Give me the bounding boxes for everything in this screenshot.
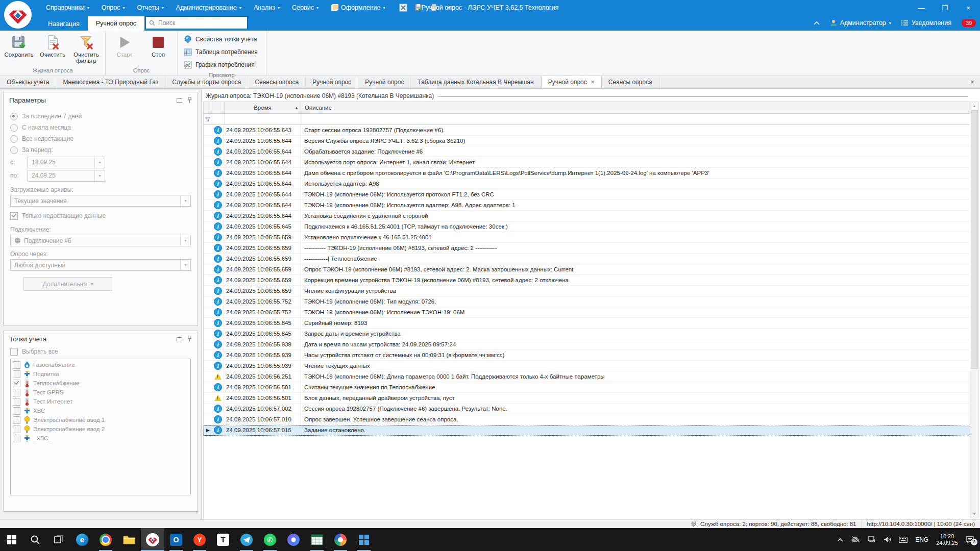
- log-row[interactable]: i24.09.2025 10:06:55.939Чтение текущих д…: [204, 361, 970, 371]
- document-tab-active[interactable]: Ручной опрос×: [541, 76, 602, 88]
- ribbon-tab-item[interactable]: Навигация: [40, 17, 88, 31]
- checkbox-icon[interactable]: [13, 398, 20, 406]
- menubar-item[interactable]: Сервис▾: [286, 0, 325, 15]
- log-row[interactable]: i24.09.2025 10:06:55.644Используется пор…: [204, 157, 970, 168]
- log-row[interactable]: ▶i24.09.2025 10:06:57.015Задание останов…: [204, 425, 970, 436]
- log-row[interactable]: i24.09.2025 10:06:55.644Дамп обмена с пр…: [204, 168, 970, 179]
- column-header-description[interactable]: Описание: [301, 102, 970, 114]
- scroll-up-icon[interactable]: ▲: [970, 102, 978, 110]
- document-tab[interactable]: Ручной опрос: [306, 76, 358, 88]
- archives-select[interactable]: Текущие значения▾: [10, 195, 191, 207]
- maximize-button[interactable]: ❐: [933, 0, 957, 15]
- grid-x-icon[interactable]: [397, 2, 410, 14]
- document-tab[interactable]: Таблица данных Котельная В Черемшан: [411, 76, 541, 88]
- log-row[interactable]: i24.09.2025 10:06:55.939Часы устройства …: [204, 350, 970, 361]
- taskbar-messenger-icon[interactable]: [282, 528, 305, 551]
- point-item[interactable]: Тест Интернет: [11, 397, 190, 406]
- log-row[interactable]: i24.09.2025 10:06:55.644Используется ада…: [204, 179, 970, 189]
- user-menu[interactable]: Администратор ▾: [830, 19, 891, 27]
- taskbar-chrome-icon[interactable]: [94, 528, 117, 551]
- log-row[interactable]: i24.09.2025 10:06:55.644Версия Службы оп…: [204, 136, 970, 146]
- point-item[interactable]: _ХВС_: [11, 434, 190, 443]
- column-header-time[interactable]: Время ▲: [225, 102, 301, 114]
- checkbox-icon[interactable]: [13, 435, 20, 442]
- action-center-icon[interactable]: 3: [966, 536, 974, 543]
- taskbar-excel-icon[interactable]: [305, 528, 329, 551]
- ribbon-button[interactable]: Стоп: [141, 32, 175, 66]
- point-item[interactable]: Электроснабжение ввод 2: [11, 424, 190, 434]
- volume-icon[interactable]: [884, 536, 891, 543]
- checkbox-icon[interactable]: [13, 416, 20, 424]
- ribbon-button[interactable]: Таблица потребления: [180, 45, 264, 58]
- log-row[interactable]: i24.09.2025 10:06:57.010Опрос завершен. …: [204, 414, 970, 425]
- menubar-item[interactable]: Оформление▾: [325, 0, 391, 15]
- checkbox-icon[interactable]: [13, 407, 20, 415]
- radio-option[interactable]: За период:: [10, 144, 191, 156]
- log-row[interactable]: i24.09.2025 10:06:55.659Опрос ТЭКОН-19 (…: [204, 264, 970, 275]
- document-tab[interactable]: Сеансы опроса: [602, 76, 659, 88]
- ribbon-button[interactable]: Свойства точки учёта: [180, 33, 264, 45]
- radio-option[interactable]: С начала месяца: [10, 122, 191, 133]
- network-icon[interactable]: [868, 536, 876, 543]
- ribbon-tab-active[interactable]: Ручной опрос: [88, 16, 144, 31]
- menubar-item[interactable]: Администрирование▾: [170, 0, 248, 15]
- radio-option[interactable]: Все недостающие: [10, 133, 191, 144]
- log-row[interactable]: i24.09.2025 10:06:55.939Дата и время по …: [204, 339, 970, 350]
- log-row[interactable]: i24.09.2025 10:06:55.752ТЭКОН-19 (исполн…: [204, 296, 970, 307]
- menubar-item[interactable]: Отчеты▾: [131, 0, 169, 15]
- collapse-panel-icon[interactable]: [177, 336, 182, 341]
- scroll-thumb[interactable]: [971, 110, 978, 369]
- document-tab[interactable]: Ручной опрос: [358, 76, 411, 88]
- close-button[interactable]: ×: [957, 0, 980, 15]
- log-row[interactable]: i24.09.2025 10:06:55.659----------- ТЭКО…: [204, 243, 970, 254]
- ribbon-button[interactable]: Старт: [108, 32, 141, 66]
- notifications-button[interactable]: Уведомления: [901, 19, 951, 27]
- point-item[interactable]: ХВС: [11, 406, 190, 415]
- point-item[interactable]: Подпитка: [11, 369, 190, 379]
- taskbar-whatsapp-icon[interactable]: ✆: [258, 528, 282, 551]
- ribbon-button[interactable]: График потребления: [180, 58, 264, 71]
- log-row[interactable]: i24.09.2025 10:06:55.644Установка соедин…: [204, 211, 970, 221]
- poll-via-select[interactable]: Любой доступный▾: [10, 259, 191, 271]
- taskbar-search-icon[interactable]: [23, 528, 47, 551]
- taskbar-browser2-icon[interactable]: [329, 528, 352, 551]
- touch-keyboard-icon[interactable]: [899, 537, 908, 543]
- select-all-checkbox[interactable]: Выбрать все: [10, 346, 191, 357]
- menubar-item[interactable]: Справочники▾: [40, 0, 95, 15]
- connection-select[interactable]: Подключение #6 ▾: [10, 235, 191, 246]
- document-tab[interactable]: Мнемосхема - ТЭ Природный Газ: [56, 76, 165, 88]
- collapse-ribbon-icon[interactable]: [814, 21, 820, 25]
- document-tab[interactable]: Объекты учета: [0, 76, 56, 88]
- ribbon-button[interactable]: Очистить: [36, 32, 69, 66]
- taskbar-telegram-icon[interactable]: [235, 528, 258, 551]
- collapse-panel-icon[interactable]: [177, 97, 182, 103]
- checkbox-icon[interactable]: [13, 389, 20, 396]
- log-row[interactable]: i24.09.2025 10:06:55.659Коррекция времен…: [204, 275, 970, 286]
- clock[interactable]: 10:20 24.09.25: [936, 533, 958, 546]
- taskbar-outlook-icon[interactable]: O: [164, 528, 188, 551]
- date-from-input[interactable]: 18.09.25▾: [28, 157, 105, 168]
- log-row[interactable]: i24.09.2025 10:06:55.644ТЭКОН-19 (исполн…: [204, 200, 970, 211]
- ribbon-button[interactable]: Очистить фильтр: [69, 32, 103, 66]
- taskbar-explorer-icon[interactable]: [117, 528, 141, 551]
- log-row[interactable]: i24.09.2025 10:06:55.659------------| Те…: [204, 254, 970, 264]
- date-to-input[interactable]: 24.09.25▾: [28, 170, 105, 182]
- close-tabstrip-icon[interactable]: ×: [965, 76, 980, 88]
- log-row[interactable]: i24.09.2025 10:06:55.644ТЭКОН-19 (исполн…: [204, 189, 970, 200]
- log-row[interactable]: i24.09.2025 10:06:55.643Старт сессии опр…: [204, 125, 970, 136]
- pin-icon[interactable]: [187, 97, 192, 103]
- checkbox-icon[interactable]: [13, 361, 20, 369]
- log-row[interactable]: 24.09.2025 10:06:56.251ТЭКОН-19 (исполне…: [204, 371, 970, 382]
- language-indicator[interactable]: ENG: [915, 536, 928, 543]
- point-item[interactable]: Электроснабжение ввод 1: [11, 415, 190, 424]
- taskbar-task-view-icon[interactable]: [47, 528, 70, 551]
- vertical-scrollbar[interactable]: ▲ ▼: [970, 102, 979, 518]
- notifications-badge[interactable]: 39: [962, 19, 976, 27]
- log-row[interactable]: i24.09.2025 10:06:55.752ТЭКОН-19 (исполн…: [204, 307, 970, 318]
- taskbar-edge-icon[interactable]: e: [70, 528, 94, 551]
- scroll-down-icon[interactable]: ▼: [970, 510, 978, 518]
- tray-chevron-up-icon[interactable]: [837, 538, 843, 542]
- ribbon-button[interactable]: Сохранить: [2, 32, 36, 66]
- taskbar-lers-icon[interactable]: [141, 528, 164, 551]
- onedrive-icon[interactable]: [851, 536, 860, 543]
